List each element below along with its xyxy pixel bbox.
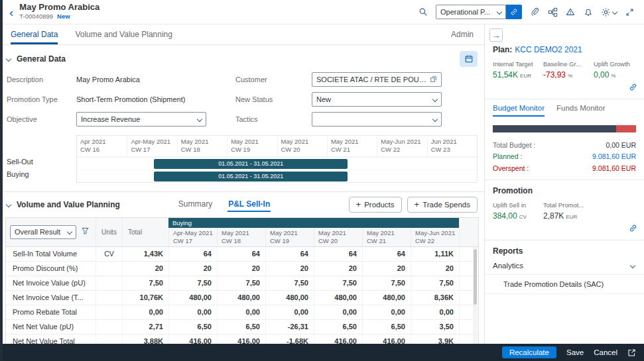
back-button[interactable]: ‹ xyxy=(9,6,13,19)
notifications-icon[interactable] xyxy=(580,4,596,20)
value-cell[interactable]: 20 xyxy=(265,262,314,276)
add-products-button[interactable]: +Products xyxy=(349,197,402,213)
value-cell[interactable]: 0,00 xyxy=(362,305,411,319)
table-row: Sell-In Total Volume CV 1,43K 64 64 64 6… xyxy=(6,247,478,262)
dimension-select[interactable]: Overall Result xyxy=(10,225,76,239)
reports-group-analytics[interactable]: Analytics xyxy=(485,257,644,275)
value-cell[interactable]: 480,00 xyxy=(265,291,314,305)
scope-select[interactable]: Operational P... xyxy=(436,5,506,19)
total-cell[interactable]: 10,76K xyxy=(122,291,168,305)
total-cell[interactable]: 20 xyxy=(122,262,168,276)
attachment-icon[interactable] xyxy=(527,4,543,20)
total-cell[interactable]: 3,88K xyxy=(122,335,168,344)
value-cell[interactable]: 64 xyxy=(314,247,362,261)
value-cell[interactable]: 7,50 xyxy=(217,276,265,290)
tab-funds-monitor[interactable]: Funds Monitor xyxy=(556,104,606,117)
new-status-select[interactable]: New xyxy=(312,92,442,107)
value-cell[interactable]: 20 xyxy=(168,262,217,276)
value-cell[interactable]: 0,00 xyxy=(217,305,265,319)
settings-menu[interactable] xyxy=(598,4,619,20)
main-content: General Data Description May Promo Arabi… xyxy=(0,45,484,344)
value-cell[interactable]: 20 xyxy=(314,262,362,276)
total-cell[interactable]: 1,43K xyxy=(122,247,168,261)
planning-table: Overall Result Units Total Buying Apr-Ma xyxy=(5,217,479,344)
tab-budget-monitor[interactable]: Budget Monitor xyxy=(493,104,545,117)
value-cell[interactable]: 7,50 xyxy=(411,276,459,290)
plan-link[interactable]: KCC DEMO2 2021 xyxy=(515,45,582,54)
search-icon[interactable] xyxy=(415,4,431,20)
cancel-button[interactable]: Cancel xyxy=(594,348,617,356)
total-cell[interactable]: 2,71 xyxy=(122,320,168,334)
value-cell[interactable]: 64 xyxy=(362,247,411,261)
sell-out-gantt-bar[interactable]: 01.05.2021 - 31.05.2021 xyxy=(154,159,348,169)
value-cell[interactable]: 416,00 xyxy=(168,335,217,344)
link-button[interactable] xyxy=(506,5,522,19)
tab-volume-value-planning[interactable]: Volume and Value Planning xyxy=(75,25,172,44)
value-cell[interactable]: 64 xyxy=(265,247,314,261)
value-cell[interactable]: 480,00 xyxy=(362,291,411,305)
value-cell[interactable]: 480,00 xyxy=(314,291,362,305)
value-cell[interactable]: 20 xyxy=(411,262,459,276)
value-cell[interactable]: 7,50 xyxy=(362,276,411,290)
units-cell xyxy=(96,276,122,290)
value-cell[interactable]: -1,68K xyxy=(265,335,314,344)
value-cell[interactable]: 7,50 xyxy=(265,276,314,290)
calendar-button[interactable] xyxy=(460,51,478,67)
link-status-icon[interactable] xyxy=(629,82,637,94)
value-cell[interactable]: 20 xyxy=(217,262,265,276)
tab-pnl-sell-in[interactable]: P&L Sell-In xyxy=(227,197,271,212)
value-cell[interactable]: 416,00 xyxy=(217,335,265,344)
value-cell[interactable]: 3,50 xyxy=(411,320,459,334)
tactics-select[interactable] xyxy=(312,112,442,127)
value-cell[interactable]: 0,00 xyxy=(265,305,314,319)
value-cell[interactable]: 416,00 xyxy=(362,335,411,344)
value-cell[interactable]: 6,50 xyxy=(168,320,217,334)
value-cell[interactable]: 0,00 xyxy=(411,305,459,319)
tactics-label: Tactics xyxy=(235,115,312,123)
customer-input[interactable]: SOCIETE ATAC / RTE DE POULAINVILLE / F-.… xyxy=(312,72,442,87)
value-cell[interactable]: 8,36K xyxy=(411,291,459,305)
value-cell[interactable]: 6,50 xyxy=(314,320,362,334)
promotion-kpis: Uplift Sell in 384,00CV Total Promot... … xyxy=(485,195,644,222)
table-scrollbar[interactable] xyxy=(473,247,478,344)
value-cell[interactable]: 3,9K xyxy=(411,335,459,344)
value-cell[interactable]: 7,50 xyxy=(168,276,217,290)
value-cell[interactable]: 1,11K xyxy=(411,247,459,261)
value-help-icon[interactable] xyxy=(430,76,437,84)
value-cell[interactable]: 64 xyxy=(168,247,217,261)
warning-icon[interactable] xyxy=(562,4,578,20)
report-item-trade-promotion-details[interactable]: Trade Promotion Details (SAC) xyxy=(485,275,644,294)
panel-collapse-button[interactable]: → xyxy=(489,28,503,42)
open-in-new-icon[interactable] xyxy=(627,348,636,357)
buying-gantt-bar[interactable]: 01.05.2021 - 31.05.2021 xyxy=(154,172,348,181)
tab-summary[interactable]: Summary xyxy=(178,197,213,212)
value-cell[interactable]: -26,31 xyxy=(265,320,314,334)
value-cell[interactable]: 6,50 xyxy=(217,320,265,334)
column-header: May 2021CW 20 xyxy=(314,228,362,246)
recalculate-button[interactable]: Recalculate xyxy=(502,346,556,358)
save-button[interactable]: Save xyxy=(566,348,584,356)
total-cell[interactable]: 0,00 xyxy=(122,305,168,319)
value-cell[interactable]: 20 xyxy=(362,262,411,276)
column-header: May-Jun 2021CW 22 xyxy=(411,228,459,246)
value-cell[interactable]: 416,00 xyxy=(314,335,362,344)
collapse-planning-icon[interactable] xyxy=(6,201,11,207)
collapse-general-icon[interactable] xyxy=(6,56,11,62)
value-cell[interactable]: 0,00 xyxy=(168,305,217,319)
fullscreen-icon[interactable] xyxy=(621,4,637,20)
value-cell[interactable]: 64 xyxy=(217,247,265,261)
add-trade-spends-button[interactable]: +Trade Spends xyxy=(407,197,478,213)
process-flow-icon[interactable] xyxy=(545,4,560,20)
objective-select[interactable]: Increase Revenue xyxy=(76,112,206,127)
value-cell[interactable]: 480,00 xyxy=(168,291,217,305)
tab-general-data[interactable]: General Data xyxy=(11,25,58,44)
tab-admin[interactable]: Admin xyxy=(451,25,474,44)
value-cell[interactable]: 0,00 xyxy=(314,305,362,319)
filter-icon[interactable] xyxy=(81,226,90,238)
link-status-icon[interactable] xyxy=(629,223,637,235)
units-cell xyxy=(96,320,122,334)
value-cell[interactable]: 480,00 xyxy=(217,291,265,305)
value-cell[interactable]: 6,50 xyxy=(362,320,411,334)
value-cell[interactable]: 7,50 xyxy=(314,276,362,290)
total-cell[interactable]: 7,50 xyxy=(122,276,168,290)
